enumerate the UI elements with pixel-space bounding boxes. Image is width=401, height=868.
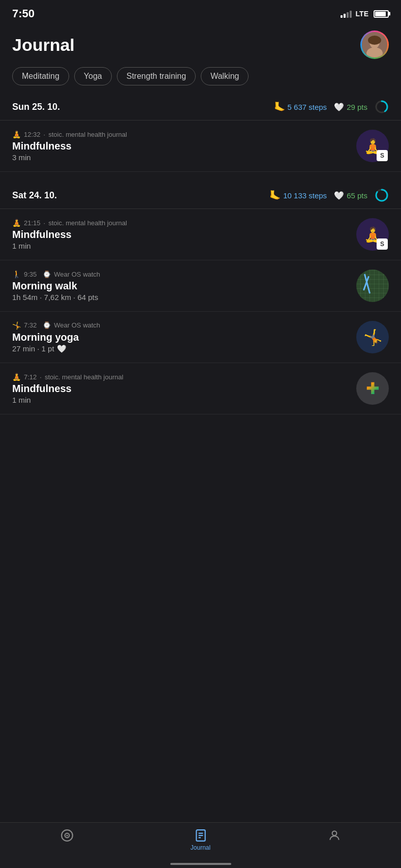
entry-name-yoga: Morning yoga <box>12 332 100 343</box>
ring-progress-sun <box>375 100 389 114</box>
entry-thumb-mindfulness-sun: 🧘 S <box>356 130 389 162</box>
entry-mindfulness-sat1[interactable]: 🧘 21:15 · stoic. mental health journal M… <box>0 209 401 260</box>
nav-item-journal[interactable]: Journal <box>180 829 221 851</box>
entry-left-mindfulness-sun: 🧘 12:32 · stoic. mental health journal M… <box>12 130 127 162</box>
home-icon <box>60 829 74 842</box>
watch-icon-yoga: ⌚ <box>43 321 51 329</box>
status-icons: LTE <box>341 10 389 18</box>
pts-value-sun: 29 pts <box>347 103 367 111</box>
nav-item-home[interactable] <box>47 829 87 844</box>
avatar <box>362 32 387 57</box>
entry-source-sat4: 🧘 7:12 · stoic. mental health journal <box>12 373 124 381</box>
entry-app-sat1: stoic. mental health journal <box>48 219 127 227</box>
stoic-badge-mindfulness-sun: S <box>377 150 388 161</box>
steps-value-sat: 10 133 steps <box>283 191 327 200</box>
date-row-sat: Sat 24. 10. 🦶 10 133 steps 🤍 65 pts <box>0 182 401 209</box>
bottom-nav: Journal <box>0 822 401 868</box>
entry-source-yoga: 🤸 7:32 ⌚ Wear OS watch <box>12 321 100 330</box>
steps-icon-sat: 🦶 <box>269 190 281 201</box>
status-bar: 7:50 LTE <box>0 0 401 25</box>
entry-app-sat4: stoic. mental health journal <box>45 373 124 381</box>
ring-progress-sat <box>375 188 389 202</box>
entry-detail-mindfulness-sun: 3 min <box>12 153 127 162</box>
signal-icon <box>341 10 352 18</box>
entry-source-mindfulness-sun: 🧘 12:32 · stoic. mental health journal <box>12 130 127 138</box>
entry-time-mindfulness-sun: 12:32 <box>24 131 41 138</box>
steps-stat-sun: 🦶 5 637 steps <box>274 101 327 112</box>
entry-name-mindfulness-sun: Mindfulness <box>12 140 127 152</box>
svg-point-10 <box>66 834 68 836</box>
entry-source-walk: 🚶 9:35 ⌚ Wear OS watch <box>12 270 100 278</box>
svg-point-3 <box>368 36 381 45</box>
stoic-badge-sat1: S <box>377 238 388 250</box>
chip-yoga[interactable]: Yoga <box>74 67 112 85</box>
entry-name-sat4: Mindfulness <box>12 383 124 395</box>
walk-icon: 🚶 <box>12 270 21 278</box>
date-label-sun: Sun 25. 10. <box>12 102 60 112</box>
entry-detail-sat4: 1 min <box>12 396 124 404</box>
entry-thumb-sat4: ✚ <box>356 372 389 405</box>
entry-left-yoga: 🤸 7:32 ⌚ Wear OS watch Morning yoga 27 m… <box>12 321 100 353</box>
svg-point-15 <box>332 831 336 835</box>
entry-thumb-sat1: 🧘 S <box>356 218 389 251</box>
entry-app-mindfulness-sun: stoic. mental health journal <box>48 131 127 138</box>
meditation-source-icon: 🧘 <box>12 130 21 138</box>
entry-yoga-sat[interactable]: 🤸 7:32 ⌚ Wear OS watch Morning yoga 27 m… <box>0 312 401 363</box>
pts-icon-sun: 🤍 <box>334 102 344 112</box>
entry-mindfulness-sat4[interactable]: 🧘 7:12 · stoic. mental health journal Mi… <box>0 363 401 414</box>
entry-left-walk: 🚶 9:35 ⌚ Wear OS watch Morning walk 1h 5… <box>12 270 100 302</box>
pts-icon-sat: 🤍 <box>334 191 344 200</box>
steps-icon: 🦶 <box>274 101 285 112</box>
network-type: LTE <box>356 10 368 18</box>
entry-left-sat4: 🧘 7:12 · stoic. mental health journal Mi… <box>12 373 124 404</box>
status-time: 7:50 <box>12 7 35 20</box>
page-title: Journal <box>12 35 75 55</box>
chip-walking[interactable]: Walking <box>201 67 249 85</box>
date-stats-sat: 🦶 10 133 steps 🤍 65 pts <box>269 188 389 202</box>
entry-left-sat1: 🧘 21:15 · stoic. mental health journal M… <box>12 219 127 250</box>
entry-walk-sat[interactable]: 🚶 9:35 ⌚ Wear OS watch Morning walk 1h 5… <box>0 260 401 312</box>
entry-detail-sat1: 1 min <box>12 242 127 250</box>
entry-thumb-yoga: 🤸 <box>356 321 389 353</box>
entry-source-sat1: 🧘 21:15 · stoic. mental health journal <box>12 219 127 227</box>
meditation-icon-sat1: 🧘 <box>12 219 21 227</box>
entry-detail-walk: 1h 54m · 7,62 km · 64 pts <box>12 293 100 302</box>
header: Journal <box>0 25 401 67</box>
pts-stat-sat: 🤍 65 pts <box>334 191 367 200</box>
avatar-image <box>362 32 387 57</box>
entry-time-sat4: 7:12 <box>24 373 37 381</box>
chip-strength[interactable]: Strength training <box>117 67 196 85</box>
entry-name-walk: Morning walk <box>12 280 100 292</box>
pts-stat-sun: 🤍 29 pts <box>334 102 367 112</box>
entry-time-sat1: 21:15 <box>24 219 41 227</box>
meditation-icon-sat4: 🧘 <box>12 373 21 381</box>
home-indicator <box>170 863 231 865</box>
entry-app-yoga: Wear OS watch <box>54 321 100 329</box>
entry-mindfulness-sun[interactable]: 🧘 12:32 · stoic. mental health journal M… <box>0 121 401 172</box>
battery-icon <box>374 10 389 18</box>
entry-time-walk: 9:35 <box>24 271 37 278</box>
entry-detail-yoga: 27 min · 1 pt 🤍 <box>12 344 100 353</box>
section-gap-1 <box>0 172 401 182</box>
entry-name-sat1: Mindfulness <box>12 229 127 241</box>
nav-item-profile[interactable] <box>314 829 355 844</box>
avatar-ring[interactable] <box>360 31 389 59</box>
entry-thumb-walk <box>356 270 389 302</box>
bottom-spacer <box>0 414 401 465</box>
journal-icon <box>194 829 207 842</box>
chip-meditating[interactable]: Meditating <box>12 67 69 85</box>
steps-value-sun: 5 637 steps <box>288 103 327 111</box>
date-row-sun: Sun 25. 10. 🦶 5 637 steps 🤍 29 pts <box>0 94 401 121</box>
yoga-icon: 🤸 <box>12 321 21 330</box>
profile-icon <box>328 829 341 842</box>
watch-icon-walk: ⌚ <box>43 271 51 278</box>
pts-yoga: 🤍 <box>57 344 67 353</box>
date-label-sat: Sat 24. 10. <box>12 190 57 201</box>
filter-chips: Meditating Yoga Strength training Walkin… <box>0 67 401 94</box>
pts-value-sat: 65 pts <box>347 191 367 200</box>
nav-label-journal: Journal <box>191 844 210 851</box>
date-stats-sun: 🦶 5 637 steps 🤍 29 pts <box>274 100 389 114</box>
entry-app-walk: Wear OS watch <box>54 271 100 278</box>
entry-time-yoga: 7:32 <box>24 321 37 329</box>
steps-stat-sat: 🦶 10 133 steps <box>269 190 327 201</box>
